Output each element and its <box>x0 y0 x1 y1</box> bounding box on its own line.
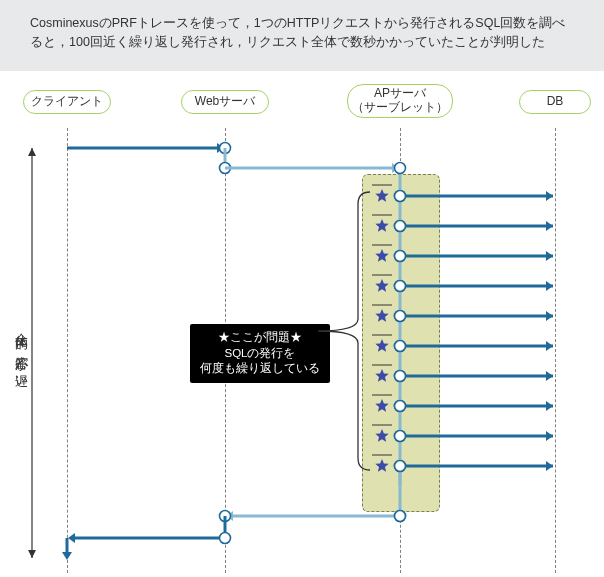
svg-marker-72 <box>62 552 72 560</box>
svg-marker-36 <box>546 341 553 351</box>
svg-marker-2 <box>28 550 36 558</box>
svg-marker-48 <box>375 399 388 412</box>
svg-point-78 <box>395 341 406 352</box>
svg-marker-23 <box>375 249 388 262</box>
svg-marker-51 <box>546 431 553 441</box>
svg-marker-11 <box>546 191 553 201</box>
diagram-svg <box>0 88 604 577</box>
svg-marker-13 <box>375 189 388 202</box>
svg-point-74 <box>395 221 406 232</box>
svg-point-76 <box>395 281 406 292</box>
svg-point-82 <box>395 461 406 472</box>
svg-point-73 <box>395 191 406 202</box>
svg-marker-21 <box>546 251 553 261</box>
svg-marker-26 <box>546 281 553 291</box>
svg-marker-41 <box>546 371 553 381</box>
svg-point-75 <box>395 251 406 262</box>
svg-point-77 <box>395 311 406 322</box>
svg-marker-16 <box>546 221 553 231</box>
svg-point-61 <box>395 163 406 174</box>
svg-marker-38 <box>375 339 388 352</box>
svg-marker-18 <box>375 219 388 232</box>
svg-point-68 <box>220 533 231 544</box>
description-banner: CosminexusのPRFトレースを使って，1つのHTTPリクエストから発行さ… <box>0 0 604 71</box>
svg-marker-70 <box>68 533 75 543</box>
svg-marker-1 <box>28 148 36 156</box>
svg-marker-53 <box>375 429 388 442</box>
svg-marker-58 <box>375 459 388 472</box>
svg-marker-31 <box>546 311 553 321</box>
svg-point-80 <box>395 401 406 412</box>
svg-point-79 <box>395 371 406 382</box>
svg-marker-33 <box>375 309 388 322</box>
svg-point-81 <box>395 431 406 442</box>
svg-marker-43 <box>375 369 388 382</box>
svg-marker-28 <box>375 279 388 292</box>
svg-point-83 <box>395 511 406 522</box>
svg-marker-46 <box>546 401 553 411</box>
sequence-diagram: クライアント Webサーバ APサーバ （サーブレット） DB 全体的に応答が遅… <box>0 88 604 577</box>
description-text: CosminexusのPRFトレースを使って，1つのHTTPリクエストから発行さ… <box>30 16 565 49</box>
svg-marker-56 <box>546 461 553 471</box>
